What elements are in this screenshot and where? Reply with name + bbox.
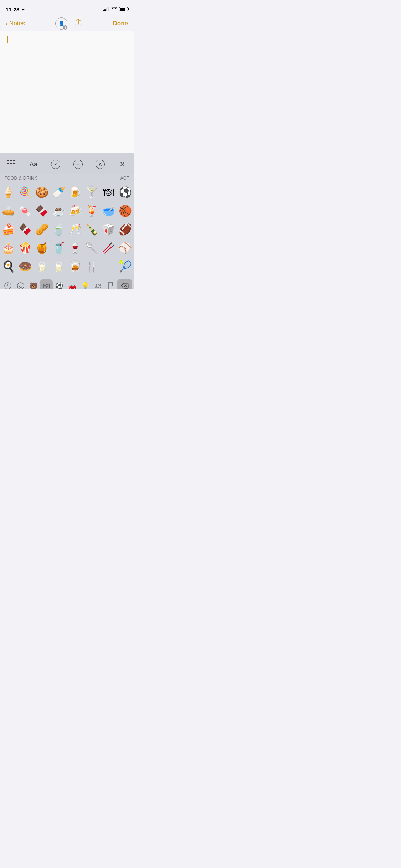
emoji-bowl[interactable]: 🥣 bbox=[100, 201, 117, 220]
flags-emoji-button[interactable] bbox=[104, 279, 117, 290]
emoji-popcorn[interactable]: 🍿 bbox=[17, 238, 34, 257]
emoji-tea[interactable]: 🍵 bbox=[50, 220, 67, 238]
battery-icon bbox=[119, 7, 128, 11]
emoji-fork-knife[interactable]: 🍴 bbox=[83, 257, 100, 275]
emoji-coffee[interactable]: ☕ bbox=[50, 201, 67, 220]
text-cursor bbox=[7, 36, 8, 43]
emoji-wine[interactable]: 🍷 bbox=[67, 238, 84, 257]
objects-emoji-button[interactable]: 💡 bbox=[79, 279, 92, 290]
nav-bar: ‹ Notes 👤 + Done bbox=[0, 16, 134, 31]
text-format-button[interactable]: Aa bbox=[26, 156, 41, 172]
emoji-row-2: 🥧 🍬 🍫 ☕ 🍻 🍹 🥣 🏀 bbox=[0, 201, 134, 220]
sports-icon: ⚽ bbox=[55, 282, 63, 290]
close-icon: ✕ bbox=[120, 160, 125, 168]
emoji-donut[interactable]: 🍩 bbox=[17, 257, 34, 275]
svg-point-2 bbox=[19, 285, 20, 285]
emoji-milk2[interactable]: 🥛 bbox=[50, 257, 67, 275]
emoji-row-3: 🍰 🍫 🥜 🍵 🥂 🍾 🥡 🏈 bbox=[0, 220, 134, 238]
svg-text:&%: &% bbox=[95, 283, 102, 288]
emoji-grid: 🍦 🍭 🍪 🍼 🍺 🍸 🍽 ⚽ 🥧 🍬 🍫 ☕ 🍻 🍹 🥣 🏀 🍰 🍫 🥜 🍵 … bbox=[0, 181, 134, 277]
emoji-icecream[interactable]: 🍦 bbox=[0, 183, 17, 201]
emoji-soccer[interactable]: ⚽ bbox=[117, 183, 134, 201]
wifi-icon bbox=[111, 7, 117, 12]
formatting-toolbar: Aa ✓ + A ✕ bbox=[0, 153, 134, 174]
food-icon: 🍽 bbox=[43, 282, 50, 289]
emoji-row-5: 🍳 🍩 🥛 🥛 🥃 🍴 🎾 bbox=[0, 257, 134, 275]
travel-emoji-button[interactable]: 🚗 bbox=[66, 279, 79, 290]
emoji-row-4: 🎂 🍿 🍯 🥤 🍷 🥄 🥢 ⚾ bbox=[0, 238, 134, 257]
emoji-basketball[interactable]: 🏀 bbox=[117, 201, 134, 220]
done-button[interactable]: Done bbox=[113, 20, 128, 27]
emoji-baseball[interactable]: ⚾ bbox=[117, 238, 134, 257]
delete-key[interactable] bbox=[117, 279, 132, 290]
car-icon: 🚗 bbox=[68, 282, 76, 290]
emoji-takeout[interactable]: 🥡 bbox=[100, 220, 117, 238]
emoji-beers[interactable]: 🍻 bbox=[67, 201, 84, 220]
emoji-row-1: 🍦 🍭 🍪 🍼 🍺 🍸 🍽 ⚽ bbox=[0, 183, 134, 201]
check-circle-icon: ✓ bbox=[51, 160, 60, 169]
aa-icon: Aa bbox=[30, 161, 37, 168]
emoji-whiskey[interactable]: 🥃 bbox=[67, 257, 84, 275]
note-content-area[interactable] bbox=[0, 31, 134, 153]
signal-icon bbox=[103, 7, 109, 11]
emoji-chopsticks[interactable]: 🥢 bbox=[100, 238, 117, 257]
back-label: Notes bbox=[9, 20, 25, 27]
add-collaborator-button[interactable]: 👤 + bbox=[55, 17, 67, 30]
location-arrow-icon: ➤ bbox=[21, 7, 24, 11]
share-button[interactable] bbox=[74, 18, 82, 29]
svg-point-3 bbox=[21, 285, 22, 285]
emoji-beer[interactable]: 🍺 bbox=[67, 183, 84, 201]
emoji-empty bbox=[100, 257, 117, 275]
pen-circle-icon: A bbox=[96, 160, 105, 169]
emoji-tropical[interactable]: 🍹 bbox=[83, 201, 100, 220]
emoji-candy[interactable]: 🍬 bbox=[17, 201, 34, 220]
emoji-choc-bar[interactable]: 🍫 bbox=[17, 220, 34, 238]
emoji-pie[interactable]: 🥧 bbox=[0, 201, 17, 220]
emoji-cookie[interactable]: 🍪 bbox=[34, 183, 50, 201]
markup-button[interactable]: A bbox=[92, 156, 108, 172]
emoji-category-right: ACT bbox=[120, 176, 130, 181]
add-button[interactable]: + bbox=[70, 156, 86, 172]
emoji-lollipop[interactable]: 🍭 bbox=[17, 183, 34, 201]
emoji-football[interactable]: 🏈 bbox=[117, 220, 134, 238]
activities-emoji-button[interactable]: ⚽ bbox=[53, 279, 66, 290]
emoji-champagne-glasses[interactable]: 🥂 bbox=[67, 220, 84, 238]
emoji-fried-egg[interactable]: 🍳 bbox=[0, 257, 17, 275]
smileys-emoji-button[interactable] bbox=[14, 279, 27, 290]
close-keyboard-button[interactable]: ✕ bbox=[115, 156, 130, 172]
emoji-tennis[interactable]: 🎾 bbox=[117, 257, 134, 275]
emoji-cake-slice[interactable]: 🍰 bbox=[0, 220, 17, 238]
emoji-cocktail[interactable]: 🍸 bbox=[83, 183, 100, 201]
animals-emoji-button[interactable]: 🐻 bbox=[27, 279, 40, 290]
food-emoji-button[interactable]: 🍽 bbox=[40, 279, 53, 290]
svg-point-1 bbox=[17, 282, 24, 289]
chevron-left-icon: ‹ bbox=[6, 20, 8, 27]
status-icons bbox=[103, 7, 128, 12]
emoji-chocolate[interactable]: 🍫 bbox=[34, 201, 50, 220]
keyboard-category-nav: 🐻 🍽 ⚽ 🚗 💡 &% bbox=[0, 277, 134, 289]
emoji-honey[interactable]: 🍯 bbox=[34, 238, 50, 257]
emoji-milk[interactable]: 🥛 bbox=[34, 257, 50, 275]
checklist-button[interactable]: ✓ bbox=[48, 156, 63, 172]
emoji-spoon[interactable]: 🥄 bbox=[83, 238, 100, 257]
status-time: 11:28 ➤ bbox=[6, 6, 24, 12]
emoji-plate[interactable]: 🍽 bbox=[100, 183, 117, 201]
emoji-bottle[interactable]: 🍼 bbox=[50, 183, 67, 201]
plus-badge-icon: + bbox=[63, 25, 67, 30]
back-button[interactable]: ‹ Notes bbox=[6, 20, 25, 27]
emoji-champagne[interactable]: 🍾 bbox=[83, 220, 100, 238]
emoji-cup-straw[interactable]: 🥤 bbox=[50, 238, 67, 257]
table-grid-icon bbox=[7, 160, 15, 168]
emoji-category-bar: FOOD & DRINK ACT bbox=[0, 174, 134, 181]
emoji-peanuts[interactable]: 🥜 bbox=[34, 220, 50, 238]
table-button[interactable] bbox=[3, 156, 19, 172]
emoji-birthday-cake[interactable]: 🎂 bbox=[0, 238, 17, 257]
bear-icon: 🐻 bbox=[30, 282, 37, 290]
nav-center-icons: 👤 + bbox=[55, 17, 82, 30]
bulb-icon: 💡 bbox=[81, 282, 89, 290]
symbols-emoji-button[interactable]: &% bbox=[92, 279, 104, 290]
plus-circle-icon: + bbox=[73, 160, 83, 169]
emoji-category-left: FOOD & DRINK bbox=[4, 176, 37, 181]
recent-emoji-button[interactable] bbox=[1, 279, 14, 290]
status-bar: 11:28 ➤ bbox=[0, 0, 134, 16]
